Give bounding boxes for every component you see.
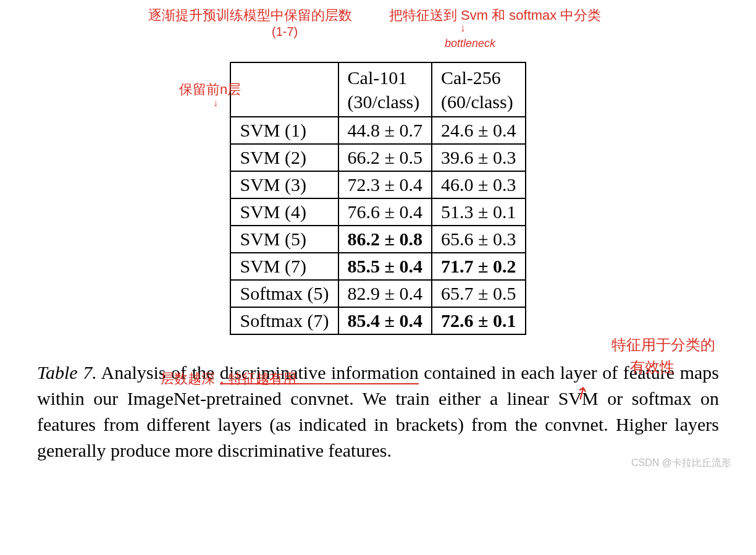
method-cell: SVM (5): [230, 226, 338, 253]
watermark: CSDN @卡拉比丘流形: [631, 457, 731, 470]
cal101-cell: 86.2 ± 0.8: [338, 226, 432, 253]
annotation-right-line1: 特征用于分类的: [611, 336, 715, 353]
cal101-cell: 82.9 ± 0.4: [338, 280, 432, 307]
method-cell: Softmax (5): [230, 280, 338, 307]
annotation-right-line2: 有效性: [630, 358, 674, 375]
table-row: SVM (5)86.2 ± 0.865.6 ± 0.3: [230, 226, 525, 253]
table-header-row: Cal-101 (30/class) Cal-256 (60/class): [230, 62, 525, 117]
cal256-cell: 65.7 ± 0.5: [432, 280, 525, 307]
cal256-cell: 72.6 ± 0.1: [432, 307, 525, 334]
caption-label: Table 7.: [37, 362, 97, 383]
cal256-cell: 71.7 ± 0.2: [432, 253, 525, 280]
cal101-cell: 44.8 ± 0.7: [338, 117, 432, 144]
annotation-top-right: 把特征送到 Svm 和 softmax 中分类: [389, 6, 601, 25]
table-body: SVM (1)44.8 ± 0.724.6 ± 0.4SVM (2)66.2 ±…: [230, 117, 525, 334]
method-cell: SVM (4): [230, 198, 338, 226]
method-cell: SVM (7): [230, 253, 338, 280]
table-row: SVM (3)72.3 ± 0.446.0 ± 0.3: [230, 171, 525, 198]
table-row: Softmax (7)85.4 ± 0.472.6 ± 0.1: [230, 307, 525, 334]
table-row: SVM (1)44.8 ± 0.724.6 ± 0.4: [230, 117, 525, 144]
header-cal256-line1: Cal-256: [441, 67, 501, 88]
annotation-arrow-down-icon: ↓: [460, 22, 466, 35]
annotation-arrow-small-icon: ↓: [213, 98, 218, 109]
annotation-top-left: 逐渐提升预训练模型中保留的层数: [148, 6, 352, 25]
annotation-below-table: 层数越深，特征越有用: [161, 370, 296, 388]
table-row: SVM (2)66.2 ± 0.539.6 ± 0.3: [230, 144, 525, 171]
cal256-cell: 24.6 ± 0.4: [432, 117, 525, 144]
cal101-cell: 76.6 ± 0.4: [338, 198, 432, 226]
cal256-cell: 46.0 ± 0.3: [432, 171, 525, 198]
method-cell: SVM (2): [230, 144, 338, 171]
method-cell: SVM (1): [230, 117, 338, 144]
cal256-cell: 51.3 ± 0.1: [432, 198, 525, 226]
header-cal101-line1: Cal-101: [348, 67, 408, 88]
cal101-cell: 85.4 ± 0.4: [338, 307, 432, 334]
table-row: SVM (4)76.6 ± 0.451.3 ± 0.1: [230, 198, 525, 226]
table-row: Softmax (5)82.9 ± 0.465.7 ± 0.5: [230, 280, 525, 307]
cal256-cell: 65.6 ± 0.3: [432, 226, 525, 253]
annotation-keep-layers: 保留前n层: [179, 80, 241, 99]
annotation-top-left-sub: (1-7): [272, 25, 298, 39]
cal101-cell: 85.5 ± 0.4: [338, 253, 432, 280]
header-cal101-line2: (30/class): [348, 91, 420, 112]
method-cell: SVM (3): [230, 171, 338, 198]
header-cal101: Cal-101 (30/class): [338, 62, 432, 117]
method-cell: Softmax (7): [230, 307, 338, 334]
header-cal256: Cal-256 (60/class): [432, 62, 525, 117]
header-cal256-line2: (60/class): [441, 91, 513, 112]
header-empty: [230, 62, 338, 117]
annotation-bottleneck: bottleneck: [445, 37, 495, 50]
cal101-cell: 66.2 ± 0.5: [338, 144, 432, 171]
table-row: SVM (7)85.5 ± 0.471.7 ± 0.2: [230, 253, 525, 280]
cal256-cell: 39.6 ± 0.3: [432, 144, 525, 171]
results-table: Cal-101 (30/class) Cal-256 (60/class) SV…: [230, 62, 526, 335]
cal101-cell: 72.3 ± 0.4: [338, 171, 432, 198]
annotation-right: 特征用于分类的 有效性: [611, 334, 715, 378]
